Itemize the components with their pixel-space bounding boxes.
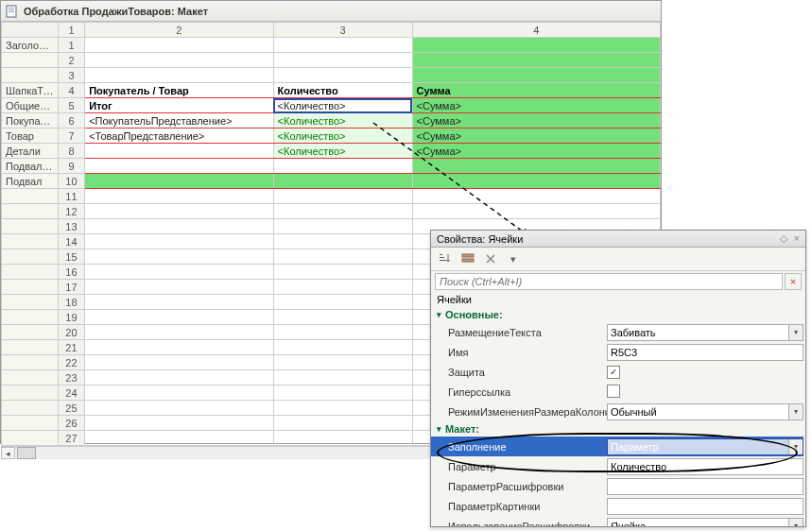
hyperlink-checkbox[interactable] — [607, 385, 620, 398]
prop-label: ПараметрКартинки — [448, 501, 607, 512]
prop-value-picture[interactable] — [607, 498, 803, 515]
close-icon[interactable]: × — [794, 232, 800, 244]
prop-label: РежимИзмененияРазмераКолонки — [448, 406, 607, 418]
scroll-left-button[interactable]: ◂ — [1, 447, 15, 459]
dropdown-icon[interactable]: ▾ — [788, 519, 803, 527]
grid-cell[interactable]: <Количество> — [273, 144, 412, 159]
grid-cell[interactable] — [85, 174, 273, 189]
clear-search-icon[interactable]: × — [785, 273, 802, 290]
grid-cell[interactable]: <Сумма> — [412, 98, 660, 113]
pin-icon[interactable]: ◇ — [780, 232, 787, 244]
grid-cell[interactable] — [85, 159, 273, 174]
grid-cell[interactable]: <Сумма> — [412, 144, 660, 159]
row-number[interactable]: 6 — [58, 113, 84, 128]
grid-cell[interactable]: <Сумма> — [412, 113, 660, 128]
category-icon[interactable] — [459, 250, 476, 267]
prop-value-parameter[interactable]: Количество — [607, 458, 803, 475]
col-header-2[interactable]: 2 — [85, 23, 273, 38]
row-number[interactable]: 3 — [58, 68, 84, 83]
col-header-1[interactable]: 1 — [58, 23, 84, 38]
search-input[interactable] — [435, 273, 783, 290]
grid-row: 12 — [2, 204, 661, 219]
prop-value-text-layout[interactable]: Забивать ▾ — [607, 324, 803, 341]
grid-cell[interactable] — [273, 38, 412, 53]
grid-cell[interactable] — [412, 174, 660, 189]
section-label[interactable]: Товар — [2, 128, 59, 144]
collapse-icon: ▾ — [437, 310, 441, 319]
section-label[interactable]: Заголовок — [2, 38, 59, 53]
prop-value-fill[interactable]: Параметр ▾ — [607, 438, 803, 455]
grid-row: Товар 7 <ТоварПредставление> <Количество… — [2, 128, 661, 144]
grid-row-header: ШапкаТабл 4 Покупатель / Товар Количеств… — [2, 83, 661, 98]
grid-cell[interactable] — [273, 159, 412, 174]
grid-row: Покупател 6 <ПокупательПредставление> <К… — [2, 113, 661, 128]
grid-cell[interactable] — [85, 38, 273, 53]
grid-cell[interactable] — [85, 144, 273, 159]
row-number[interactable]: 7 — [58, 128, 84, 144]
section-label[interactable] — [2, 53, 59, 68]
prop-label: ПараметрРасшифровки — [448, 481, 607, 492]
group-header-main[interactable]: ▾ Основные: — [431, 307, 803, 322]
prop-label: Гиперссылка — [448, 386, 607, 398]
grid-cell[interactable]: Итог — [85, 98, 273, 113]
svg-rect-2 — [9, 9, 14, 10]
dropdown-icon[interactable]: ▾ — [788, 404, 803, 420]
collapse-icon: ▾ — [437, 424, 441, 434]
prop-value-usedrill[interactable]: Ячейка ▾ — [607, 518, 803, 527]
col-header-3[interactable]: 3 — [273, 23, 412, 38]
section-label[interactable]: Детали — [2, 144, 59, 159]
properties-titlebar: Свойства: Ячейки ◇ × — [431, 231, 805, 248]
grid-cell-selected[interactable]: <Количество> — [273, 98, 412, 113]
col-header-section[interactable] — [2, 23, 59, 38]
grid-cell[interactable] — [412, 159, 660, 174]
properties-body[interactable]: ▾ Основные: РазмещениеТекста Забивать ▾ … — [431, 307, 805, 526]
grid-cell[interactable] — [85, 53, 273, 68]
dropdown-icon[interactable]: ▾ — [788, 439, 803, 454]
grid-cell[interactable]: <ПокупательПредставление> — [85, 113, 273, 128]
row-number[interactable]: 4 — [58, 83, 84, 98]
prop-value-col-resize[interactable]: Обычный ▾ — [607, 403, 803, 420]
grid-cell[interactable]: <Сумма> — [412, 128, 660, 144]
grid-cell[interactable] — [273, 68, 412, 83]
chevron-down-icon[interactable]: ▾ — [505, 250, 522, 267]
row-number[interactable]: 5 — [58, 98, 84, 113]
grid-cell[interactable] — [412, 38, 660, 53]
section-label[interactable]: ШапкаТабл — [2, 83, 59, 98]
dropdown-icon[interactable]: ▾ — [788, 325, 803, 340]
grid-cell[interactable] — [273, 174, 412, 189]
svg-rect-3 — [9, 11, 14, 12]
header-cell-qty[interactable]: Количество — [273, 83, 412, 98]
sort-az-icon[interactable] — [437, 250, 454, 267]
row-number[interactable]: 8 — [58, 144, 84, 159]
grid-cell[interactable] — [273, 53, 412, 68]
row-number[interactable]: 1 — [58, 38, 84, 53]
section-label[interactable]: ОбщиеИтог — [2, 98, 59, 113]
row-number[interactable]: 2 — [58, 53, 84, 68]
section-label[interactable] — [2, 68, 59, 83]
prop-value-drill[interactable] — [607, 478, 803, 495]
grid-row: 2 — [2, 53, 661, 68]
section-label[interactable]: Покупател — [2, 113, 59, 128]
properties-title: Свойства: Ячейки — [437, 233, 523, 245]
delete-icon[interactable] — [482, 250, 499, 267]
section-label[interactable]: Подвал — [2, 174, 59, 189]
prop-row-protect: Защита ✓ — [431, 362, 803, 382]
prop-row-col-resize: РежимИзмененияРазмераКолонки Обычный ▾ — [431, 402, 803, 421]
grid-cell[interactable] — [412, 68, 660, 83]
grid-cell[interactable] — [85, 68, 273, 83]
header-cell-sum[interactable]: Сумма — [412, 83, 660, 98]
prop-label: ИспользованиеРасшифровки — [448, 521, 607, 527]
section-label[interactable]: ПодвалТабл — [2, 159, 59, 174]
header-cell-buyer[interactable]: Покупатель / Товар — [85, 83, 273, 98]
grid-cell[interactable]: <ТоварПредставление> — [85, 128, 273, 144]
grid-cell[interactable]: <Количество> — [273, 113, 412, 128]
scroll-thumb[interactable] — [17, 447, 36, 459]
grid-cell[interactable]: <Количество> — [273, 128, 412, 144]
prop-value-name[interactable]: R5C3 — [607, 344, 803, 361]
row-number[interactable]: 9 — [58, 159, 84, 174]
protect-checkbox[interactable]: ✓ — [607, 366, 620, 379]
grid-cell[interactable] — [412, 53, 660, 68]
row-number[interactable]: 10 — [58, 174, 84, 189]
col-header-4[interactable]: 4 — [412, 23, 660, 38]
group-header-layout[interactable]: ▾ Макет: — [431, 421, 803, 437]
